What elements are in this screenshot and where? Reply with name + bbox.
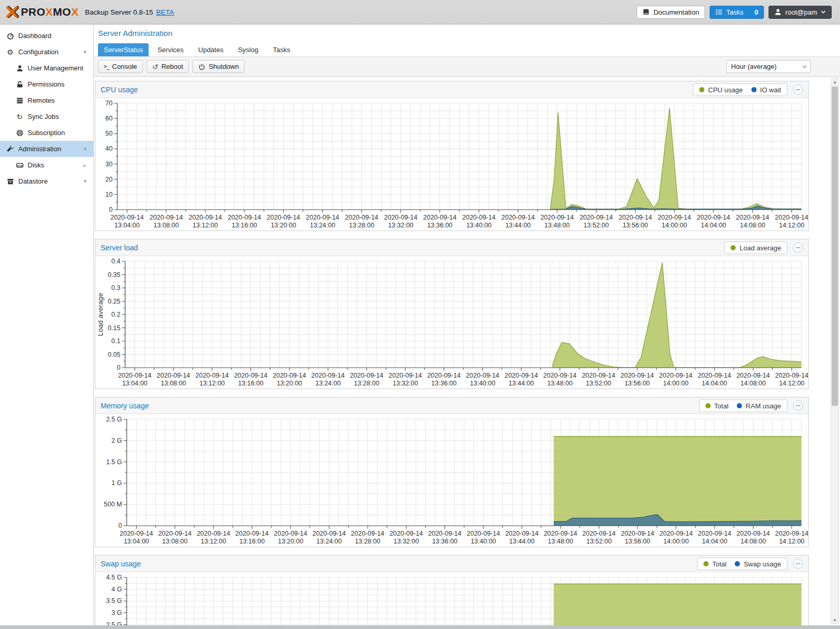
legend-item-cpu-usage[interactable]: CPU usage [699, 86, 742, 94]
sidebar-item-administration[interactable]: Administration▾ [0, 141, 93, 157]
tab-syslog[interactable]: Syslog [232, 43, 264, 56]
chart-legend: CPU usageIO wait [693, 83, 787, 96]
svg-text:2020-09-14: 2020-09-14 [118, 372, 152, 379]
toolbar: >_Console↺RebootShutdownHour (average) [94, 57, 840, 77]
svg-text:13:48:00: 13:48:00 [548, 538, 574, 545]
sidebar-item-datastore[interactable]: Datastore▾ [0, 173, 93, 189]
panel-header: Memory usageTotalRAM usage [95, 397, 808, 414]
page-title: Server Administration [94, 25, 840, 43]
svg-text:13:32:00: 13:32:00 [394, 538, 419, 545]
svg-text:0.3: 0.3 [112, 284, 120, 292]
proxmox-x-icon [5, 5, 19, 19]
tab-serverstatus[interactable]: ServerStatus [98, 43, 149, 56]
svg-text:2020-09-14: 2020-09-14 [111, 214, 144, 221]
scrollbar-thumb[interactable] [832, 87, 838, 406]
svg-text:2020-09-14: 2020-09-14 [197, 530, 230, 537]
panel-memory-usage: Memory usageTotalRAM usage0500 M1 G1.5 G… [95, 397, 809, 547]
svg-text:13:44:00: 13:44:00 [505, 222, 531, 229]
sidebar-item-permissions[interactable]: Permissions [0, 76, 93, 92]
legend-item-swap-usage[interactable]: Swap usage [735, 560, 781, 568]
user-menu-button[interactable]: root@pam [769, 6, 832, 19]
chart-body: 0102030405060702020-09-1413:04:002020-09… [95, 98, 808, 231]
chart-body: 0500 M1 G1.5 G2 G2.5 G2020-09-1413:04:00… [95, 414, 808, 547]
panel-header: Swap usageTotalSwap usage [95, 555, 808, 572]
shutdown-button[interactable]: Shutdown [192, 60, 245, 73]
svg-text:2020-09-14: 2020-09-14 [306, 214, 339, 221]
collapse-chart-button[interactable] [793, 84, 803, 94]
svg-text:2020-09-14: 2020-09-14 [388, 372, 422, 379]
collapse-chart-button[interactable] [793, 559, 803, 568]
time-range-select[interactable]: Hour (average) [726, 60, 811, 73]
chart-title: Server load [101, 239, 138, 256]
collapse-chart-button[interactable] [793, 401, 803, 410]
charts-container: CPU usageCPU usageIO wait010203040506070… [94, 77, 840, 625]
svg-text:14:00:00: 14:00:00 [663, 380, 689, 387]
sidebar-item-configuration[interactable]: ⚙Configuration▾ [0, 44, 93, 60]
svg-text:13:08:00: 13:08:00 [162, 538, 188, 545]
expander-right-icon[interactable]: ▸ [83, 162, 87, 169]
svg-text:2020-09-14: 2020-09-14 [312, 530, 346, 537]
tab-tasks[interactable]: Tasks [267, 43, 296, 56]
sidebar-item-label: Configuration [18, 48, 58, 56]
vertical-scrollbar[interactable]: ▲ ▼ [831, 78, 839, 624]
expander-down-icon[interactable]: ▾ [83, 146, 87, 152]
sidebar-item-user-management[interactable]: User Management [0, 60, 93, 76]
svg-text:1 G: 1 G [112, 479, 122, 487]
power-icon [198, 63, 205, 70]
svg-text:500 M: 500 M [104, 501, 122, 508]
svg-text:2020-09-14: 2020-09-14 [228, 214, 261, 221]
svg-text:13:40:00: 13:40:00 [470, 380, 495, 387]
sidebar-item-sync-jobs[interactable]: ↻Sync Jobs [0, 108, 93, 125]
sidebar-item-subscription[interactable]: Subscription [0, 125, 93, 141]
documentation-button[interactable]: Documentation [637, 6, 704, 19]
svg-text:0.4: 0.4 [112, 258, 120, 265]
svg-text:13:24:00: 13:24:00 [316, 538, 342, 545]
svg-text:13:44:00: 13:44:00 [508, 380, 534, 387]
collapse-chart-button[interactable] [793, 243, 803, 252]
expander-down-icon[interactable]: ▾ [83, 178, 87, 185]
tasks-button[interactable]: Tasks 0 [710, 6, 764, 19]
svg-text:13:48:00: 13:48:00 [544, 222, 570, 229]
sidebar-item-dashboard[interactable]: Dashboard [0, 28, 93, 44]
expander-down-icon[interactable]: ▾ [83, 49, 87, 55]
svg-text:14:08:00: 14:08:00 [740, 538, 766, 545]
svg-text:1.5 G: 1.5 G [106, 458, 122, 466]
svg-text:2020-09-14: 2020-09-14 [466, 372, 500, 379]
svg-text:2020-09-14: 2020-09-14 [543, 372, 577, 379]
svg-text:2020-09-14: 2020-09-14 [120, 530, 153, 537]
svg-text:2.5 G: 2.5 G [106, 621, 122, 625]
sidebar-item-label: Subscription [28, 129, 65, 137]
sidebar: Dashboard⚙Configuration▾User ManagementP… [0, 25, 94, 625]
svg-text:4 G: 4 G [112, 586, 122, 593]
legend-dot-icon [703, 561, 709, 566]
legend-item-ram-usage[interactable]: RAM usage [737, 402, 781, 410]
scroll-down-arrow[interactable]: ▼ [831, 616, 838, 624]
legend-item-total[interactable]: Total [703, 560, 726, 568]
terminal-icon: >_ [104, 64, 109, 69]
reboot-button[interactable]: ↺Reboot [147, 60, 189, 73]
svg-text:2020-09-14: 2020-09-14 [462, 214, 496, 221]
user-icon [774, 8, 782, 16]
svg-text:13:28:00: 13:28:00 [349, 222, 374, 229]
legend-item-total[interactable]: Total [705, 402, 728, 410]
tab-updates[interactable]: Updates [192, 43, 229, 56]
svg-text:14:04:00: 14:04:00 [701, 222, 726, 229]
svg-text:0.2: 0.2 [112, 311, 120, 318]
legend-item-io-wait[interactable]: IO wait [751, 86, 781, 94]
svg-text:0: 0 [109, 206, 113, 213]
remotes-icon [16, 97, 23, 104]
svg-text:13:04:00: 13:04:00 [114, 222, 140, 229]
tab-services[interactable]: Services [152, 43, 189, 56]
svg-text:13:20:00: 13:20:00 [277, 380, 302, 387]
chart-title: CPU usage [101, 81, 138, 98]
archive-icon [6, 178, 14, 185]
svg-text:13:36:00: 13:36:00 [431, 380, 457, 387]
scroll-up-arrow[interactable]: ▲ [831, 78, 838, 86]
console-button[interactable]: >_Console [98, 60, 143, 73]
legend-item-load-average[interactable]: Load average [731, 244, 781, 252]
beta-link[interactable]: BETA [156, 8, 174, 16]
hdd-icon [16, 162, 23, 169]
sidebar-item-remotes[interactable]: Remotes [0, 92, 93, 108]
svg-text:13:40:00: 13:40:00 [466, 222, 492, 229]
sidebar-item-disks[interactable]: Disks▸ [0, 157, 93, 173]
